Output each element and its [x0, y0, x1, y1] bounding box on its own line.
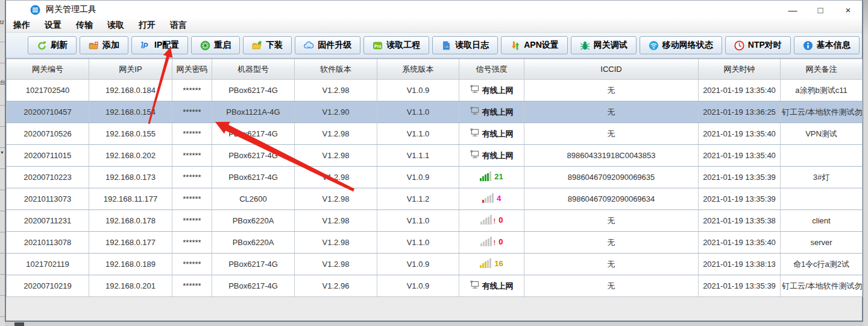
cell-signal: 16 — [459, 254, 524, 275]
menu-bar: 操作设置传输读取打开语言 — [6, 19, 862, 33]
toolbar-button-basic-info[interactable]: 基本信息 — [794, 36, 860, 54]
gateway-row-20200710457-selected[interactable]: 20200710457192.168.0.154******PBox1121A-… — [7, 101, 863, 123]
menu-item-6[interactable]: 语言 — [166, 20, 191, 31]
cell-model: PBox1121A-4G — [212, 101, 295, 123]
cell-iccid: 无 — [524, 123, 699, 145]
cell-remark — [781, 145, 863, 167]
menu-item-2[interactable]: 设置 — [40, 20, 66, 31]
cell-os: V1.1.1 — [377, 145, 459, 167]
cell-model: PBox6217-4G — [212, 145, 295, 167]
cell-remark: 3#灯 — [781, 167, 863, 188]
gateway-row-1021702119[interactable]: 1021702119192.168.0.189******PBox6217-4G… — [7, 254, 863, 275]
column-header-model: 机器型号 — [212, 59, 295, 80]
cell-remark: a涂鸦b测试c11 — [781, 80, 863, 101]
cell-pwd: ****** — [172, 232, 212, 254]
gateway-row-20210113073[interactable]: 20210113073192.168.11.177******CL2600V1.… — [7, 188, 863, 210]
basic-info-icon — [803, 40, 813, 51]
cell-signal: 21 — [459, 167, 524, 188]
signal-bars-icon — [480, 258, 491, 268]
signal-bars-icon — [480, 171, 491, 181]
cell-id: 20200711015 — [7, 145, 89, 167]
wired-network-indicator: 有线上网 — [470, 129, 514, 139]
toolbar-button-ip-config[interactable]: iPIP配置 — [131, 36, 188, 54]
cell-iccid: 898604331918C0043853 — [524, 145, 699, 167]
toolbar-button-label: 读取工程 — [386, 40, 420, 51]
cell-os: V1.0.9 — [377, 167, 459, 188]
toolbar-button-refresh[interactable]: 刷新 — [28, 36, 77, 54]
cell-iccid: 无 — [524, 254, 699, 275]
cell-id: 1021702540 — [7, 80, 89, 101]
menu-item-4[interactable]: 读取 — [103, 20, 128, 31]
cell-signal: 有线上网 — [459, 80, 524, 101]
toolbar-button-label: 刷新 — [51, 40, 68, 51]
column-header-clock: 网关时钟 — [699, 59, 781, 80]
window-controls: — □ × — [779, 1, 862, 19]
toolbar-button-read-project[interactable]: Pro读取工程 — [363, 36, 429, 54]
cell-sw: V1.2.98 — [295, 167, 377, 188]
table-body: 1021702540192.168.0.184******PBox6217-4G… — [7, 80, 863, 297]
cell-model: PBox6217-4G — [212, 254, 295, 275]
gateway-row-1021702540[interactable]: 1021702540192.168.0.184******PBox6217-4G… — [7, 80, 863, 101]
svg-text:LOG: LOG — [444, 45, 448, 48]
cell-iccid: 无 — [524, 80, 699, 101]
menu-item-5[interactable]: 打开 — [134, 20, 160, 31]
toolbar-button-gateway-debug[interactable]: 网关调试 — [571, 36, 637, 54]
signal-bars-icon — [480, 215, 492, 225]
toolbar-button-read-log[interactable]: LOG读取日志 — [432, 36, 498, 54]
cell-signal: 有线上网 — [459, 275, 524, 297]
toolbar-button-download[interactable]: 下装 — [243, 36, 292, 54]
column-header-ip: 网关IP — [89, 59, 172, 80]
maximize-button[interactable]: □ — [807, 1, 834, 19]
toolbar-button-label: 基本信息 — [817, 40, 851, 51]
close-button[interactable]: × — [834, 1, 862, 19]
gateway-row-20200710526[interactable]: 20200710526192.168.0.155******PBox6217-4… — [7, 123, 863, 145]
minimize-button[interactable]: — — [779, 1, 807, 19]
gateway-row-20200711231[interactable]: 20200711231192.168.0.178******PBox6220AV… — [7, 210, 863, 232]
cell-model: PBox6220A — [212, 232, 295, 254]
gateway-row-20200710219[interactable]: 20200710219192.168.0.201******PBox6217-4… — [7, 275, 863, 297]
cell-pwd: ****** — [172, 275, 212, 297]
cell-id: 20210113073 — [7, 188, 89, 210]
cell-signal: !0 — [459, 232, 524, 254]
toolbar-button-mobile-network[interactable]: 移动网络状态 — [640, 36, 722, 54]
toolbar-button-firmware-upgrade[interactable]: 固件升级 — [295, 36, 360, 54]
wired-network-indicator: 有线上网 — [470, 281, 514, 292]
cell-model: PBox6217-4G — [212, 275, 295, 297]
menu-item-3[interactable]: 传输 — [72, 20, 97, 31]
menu-item-1[interactable]: 操作 — [9, 20, 34, 31]
cell-remark: 钉工云/本地软件测试勿... — [781, 101, 863, 123]
wired-network-indicator: 有线上网 — [470, 150, 514, 161]
cell-model: PBox6217-4G — [212, 167, 295, 188]
cell-clock: 2021-01-19 13:36:25 — [699, 101, 781, 123]
cell-clock: 2021-01-19 13:35:39 — [699, 275, 781, 297]
wired-network-label: 有线上网 — [482, 85, 514, 96]
cell-pwd: ****** — [172, 188, 212, 210]
cell-id: 20200710526 — [7, 123, 89, 145]
cell-pwd: ****** — [172, 123, 212, 145]
signal-strength-indicator: 21 — [480, 171, 503, 181]
gateway-row-20210113078[interactable]: 20210113078192.168.0.177******PBox6220AV… — [7, 232, 863, 254]
cell-sw: V1.2.98 — [295, 188, 377, 210]
toolbar-button-apn-settings[interactable]: APN设置 — [501, 36, 568, 54]
wired-monitor-icon — [470, 150, 479, 161]
cell-iccid: 89860467092090069635 — [524, 167, 699, 188]
toolbar-button-restart[interactable]: 重启 — [191, 36, 240, 54]
gateway-row-20200710223[interactable]: 20200710223192.168.0.173******PBox6217-4… — [7, 167, 863, 188]
cell-iccid: 无 — [524, 210, 699, 232]
toolbar-button-ntp-sync[interactable]: NTP对时 — [725, 36, 791, 54]
cell-model: CL2600 — [212, 188, 295, 210]
refresh-icon — [37, 40, 47, 51]
toolbar-button-label: IP配置 — [154, 40, 179, 51]
cell-ip: 192.168.0.178 — [89, 210, 172, 232]
background-fragment: u — [0, 18, 4, 25]
cell-ip: 192.168.0.202 — [89, 145, 172, 167]
cell-clock: 2021-01-19 13:35:40 — [699, 80, 781, 101]
cell-os: V1.0.9 — [377, 275, 459, 297]
restart-icon — [200, 40, 210, 51]
toolbar-button-add[interactable]: 添加 — [80, 36, 128, 54]
signal-value: 0 — [498, 237, 503, 246]
cell-os: V1.1.0 — [377, 232, 459, 254]
gateway-row-20200711015[interactable]: 20200711015192.168.0.202******PBox6217-4… — [7, 145, 863, 167]
apn-settings-icon — [510, 40, 520, 51]
column-header-sw: 软件版本 — [295, 59, 377, 80]
